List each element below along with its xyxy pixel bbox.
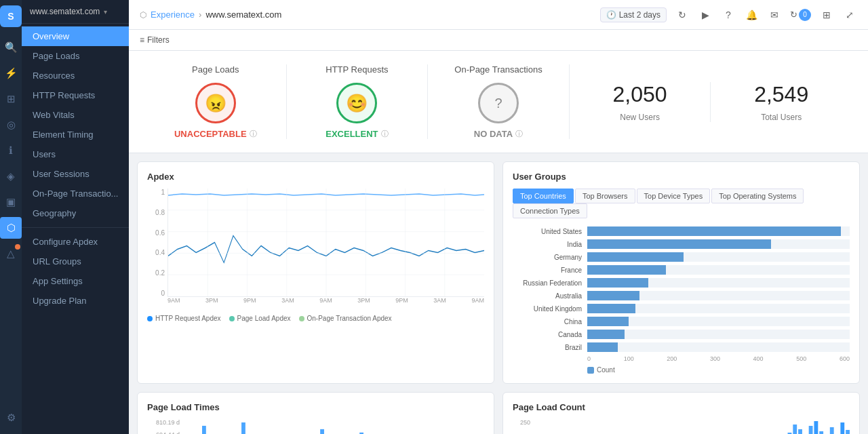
bar-track-australia <box>587 291 850 300</box>
sidebar-item-upgrade-plan[interactable]: Upgrade Plan <box>22 291 129 311</box>
page-load-count-chart: 250 200 150 100 50 <box>513 419 850 434</box>
stat-page-loads-emoji: 😠 <box>195 83 236 123</box>
svg-rect-17 <box>320 429 324 434</box>
tab-top-os[interactable]: Top Operating Systems <box>711 189 804 203</box>
filters-button[interactable]: ≡ Filters <box>140 35 170 45</box>
total-users-number: 2,549 <box>754 82 808 107</box>
apdex-legend: HTTP Request Apdex Page Load Apdex On-Pa… <box>147 315 484 322</box>
icon-strip: S 🔍 ⚡ ⊞ ◎ ℹ ◈ ▣ ⬡ △ ⚙ <box>0 0 22 434</box>
svg-rect-84 <box>840 422 844 434</box>
tab-top-device-types[interactable]: Top Device Types <box>637 189 711 203</box>
metrics-icon[interactable]: ◎ <box>0 114 22 136</box>
bar-row-brazil: Brazil <box>513 342 850 352</box>
tab-top-browsers[interactable]: Top Browsers <box>575 189 635 203</box>
svg-rect-79 <box>814 421 818 434</box>
bar-row-australia: Australia <box>513 291 850 300</box>
sidebar-item-url-groups[interactable]: URL Groups <box>22 252 129 271</box>
sidebar-item-element-timing[interactable]: Element Timing <box>22 125 129 144</box>
experience-icon-small: ⬡ <box>140 10 146 20</box>
sidebar-item-users[interactable]: Users <box>22 144 129 164</box>
bar-row-india: India <box>513 239 850 249</box>
bar-label-australia: Australia <box>513 292 587 300</box>
experience-icon[interactable]: ⬡ <box>0 217 22 239</box>
bar-fill-russia <box>587 278 648 288</box>
bar-label-india: India <box>513 241 587 248</box>
info-icon[interactable]: ℹ <box>0 140 22 161</box>
time-range-label: Last 2 days <box>619 10 660 20</box>
search-icon[interactable]: 🔍 <box>0 37 22 58</box>
sidebar-item-overview[interactable]: Overview <box>22 26 129 46</box>
bar-fill-germany <box>587 252 684 262</box>
activity-icon[interactable]: ⚡ <box>0 62 22 84</box>
sidebar-item-user-sessions[interactable]: User Sessions <box>22 164 129 184</box>
bar-fill-uk <box>587 304 635 313</box>
clock-icon: 🕐 <box>606 10 616 20</box>
tab-top-countries[interactable]: Top Countries <box>513 189 574 203</box>
bar-fill-canada <box>587 330 625 339</box>
apdex-plot-area <box>167 189 484 297</box>
sidebar-item-page-loads[interactable]: Page Loads <box>22 46 129 66</box>
help-icon[interactable]: ? <box>721 7 736 22</box>
grid-icon[interactable]: ⊞ <box>819 7 834 22</box>
breadcrumb: ⬡ Experience › www.sematext.com <box>140 9 281 20</box>
notification-icon[interactable]: ↻ <box>790 9 797 20</box>
logs-icon[interactable]: ◈ <box>0 165 22 187</box>
domain-label: www.sematext.com <box>30 7 100 16</box>
legend-on-page-transaction: On-Page Transaction Apdex <box>299 315 392 322</box>
bar-label-brazil: Brazil <box>513 344 587 351</box>
bar-track-china <box>587 317 850 326</box>
svg-rect-78 <box>809 426 813 434</box>
svg-rect-82 <box>830 427 834 434</box>
sidebar-nav-panel: www.sematext.com ▾ Overview Page Loads R… <box>22 0 129 434</box>
stat-http-requests: HTTP Requests 😊 EXCELLENT ⓘ <box>287 64 429 139</box>
sidebar-domain-selector[interactable]: www.sematext.com ▾ <box>22 0 129 24</box>
sidebar-item-resources[interactable]: Resources <box>22 66 129 85</box>
mail-icon[interactable]: ✉ <box>767 7 782 22</box>
stat-page-loads-info[interactable]: ⓘ <box>250 129 257 139</box>
charts-grid: Apdex 1 0.8 0.6 0.4 0.2 0 <box>129 153 868 434</box>
total-users-label: Total Users <box>761 113 802 122</box>
sidebar-item-configure-apdex[interactable]: Configure Apdex <box>22 232 129 252</box>
bar-label-russia: Russian Federation <box>513 279 587 287</box>
stat-transactions-info[interactable]: ⓘ <box>515 129 523 139</box>
legend-http-label: HTTP Request Apdex <box>155 315 221 322</box>
stat-total-users: 2,549 Total Users <box>711 82 852 122</box>
expand-icon[interactable]: ⤢ <box>842 7 857 22</box>
svg-rect-80 <box>819 431 823 434</box>
stat-on-page-transactions: On-Page Transactions ? NO DATA ⓘ <box>428 64 570 139</box>
page-load-times-title: Page Load Times <box>147 402 484 412</box>
breadcrumb-experience[interactable]: Experience <box>151 9 195 20</box>
tab-connection-types[interactable]: Connection Types <box>513 203 587 218</box>
legend-http-dot <box>147 316 153 321</box>
sidebar-nav: Overview Page Loads Resources HTTP Reque… <box>22 24 129 434</box>
legend-on-page-label: On-Page Transaction Apdex <box>307 315 392 322</box>
bar-fill-brazil <box>587 342 618 352</box>
settings-icon[interactable]: ⚙ <box>0 407 22 429</box>
refresh-icon[interactable]: ↻ <box>675 7 690 22</box>
sidebar-item-app-settings[interactable]: App Settings <box>22 271 129 291</box>
content-area: Page Loads 😠 UNACCEPTABLE ⓘ HTTP Request… <box>129 51 868 434</box>
stat-http-info[interactable]: ⓘ <box>381 129 389 139</box>
plt-yaxis: 810.19 d 694.44 d 578.70 d 462.96 d 347.… <box>147 419 182 434</box>
stat-http-title: HTTP Requests <box>326 64 388 75</box>
play-icon[interactable]: ▶ <box>698 7 713 22</box>
alerts-icon[interactable]: △ <box>0 243 22 264</box>
sidebar-item-geography[interactable]: Geography <box>22 203 129 223</box>
new-users-label: New Users <box>620 113 660 122</box>
time-range-selector[interactable]: 🕐 Last 2 days <box>600 7 667 22</box>
sidebar-item-on-page-transactions[interactable]: On-Page Transactio... <box>22 184 129 203</box>
bell-icon[interactable]: 🔔 <box>744 7 759 22</box>
user-groups-card: User Groups Top Countries Top Browsers T… <box>502 161 860 384</box>
apdex-xaxis: 9AM 3PM 9PM 3AM 9AM 3PM 9PM 3AM 9AM <box>167 297 484 311</box>
bar-fill-india <box>587 239 771 249</box>
page-load-count-card: Page Load Count 250 200 150 100 50 <box>502 392 860 434</box>
notification-badge: 0 <box>799 9 811 21</box>
dashboard-icon[interactable]: ▣ <box>0 191 22 213</box>
svg-rect-76 <box>798 429 802 434</box>
bar-label-germany: Germany <box>513 254 587 261</box>
sidebar-item-web-vitals[interactable]: Web Vitals <box>22 105 129 125</box>
sidebar-item-http-requests[interactable]: HTTP Requests <box>22 85 129 105</box>
bar-row-germany: Germany <box>513 252 850 262</box>
bar-track-uk <box>587 304 850 313</box>
apps-icon[interactable]: ⊞ <box>0 88 22 110</box>
